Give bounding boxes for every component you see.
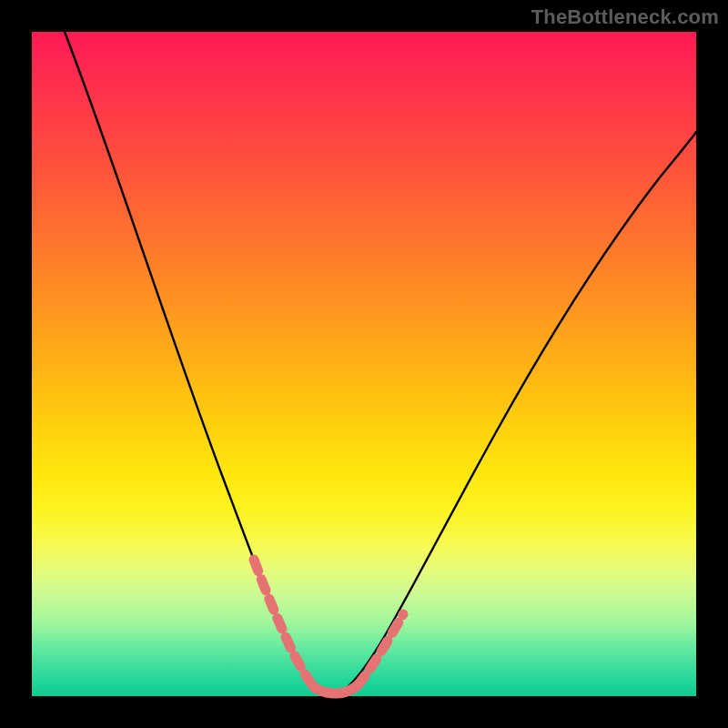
bottleneck-curve [32, 32, 696, 696]
highlight-left-segment [254, 560, 314, 687]
watermark-text: TheBottleneck.com [531, 5, 719, 29]
chart-frame: TheBottleneck.com [0, 0, 728, 728]
highlight-right-segment [358, 614, 403, 685]
plot-area [32, 32, 696, 696]
curve-path [65, 32, 696, 692]
highlight-valley-floor [314, 685, 358, 693]
